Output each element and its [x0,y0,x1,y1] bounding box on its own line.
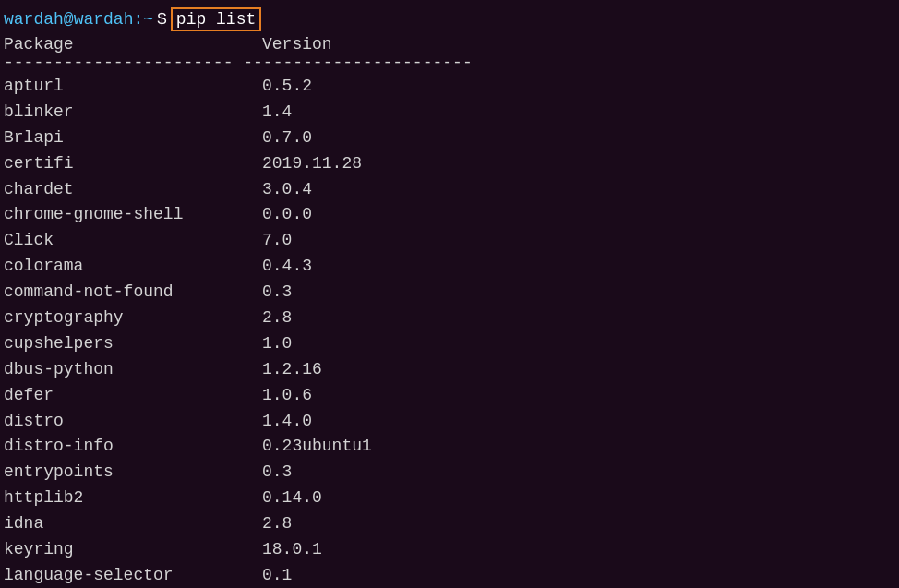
pip-list-output: Package Version ----------------------- … [4,35,895,588]
table-row: httplib20.14.0 [4,486,895,511]
terminal-window: wardah@wardah:~$ pip list Package Versio… [0,0,899,588]
package-version: 0.3 [262,280,292,306]
package-name: httplib2 [4,486,262,511]
table-row: blinker1.4 [4,100,895,126]
table-row: apturl0.5.2 [4,74,895,100]
table-row: certifi2019.11.28 [4,151,895,177]
package-name: command-not-found [4,280,262,306]
package-name: chrome-gnome-shell [4,202,262,228]
package-column-header: Package [4,35,262,54]
package-version: 7.0 [262,228,292,254]
package-version: 0.14.0 [262,486,322,511]
prompt-path: :~ [133,10,153,29]
terminal-prompt: wardah@wardah:~$ [4,10,171,29]
table-row: Click7.0 [4,228,895,254]
package-version: 2019.11.28 [262,151,362,177]
prompt-dollar: $ [157,10,167,29]
package-name: language-selector [4,563,262,588]
package-name: Click [4,228,262,254]
table-row: distro1.4.0 [4,409,895,435]
version-column-header: Version [262,35,332,54]
table-row: command-not-found0.3 [4,280,895,306]
package-name: defer [4,383,262,409]
package-name: dbus-python [4,357,262,383]
package-name: chardet [4,177,262,203]
package-version: 0.1 [262,563,292,588]
table-row: Brlapi0.7.0 [4,126,895,151]
table-row: language-selector0.1 [4,563,895,588]
table-row: defer1.0.6 [4,383,895,409]
package-name: distro [4,409,262,435]
package-name: apturl [4,74,262,100]
table-row: cupshelpers1.0 [4,331,895,357]
table-row: idna2.8 [4,511,895,537]
package-name: Brlapi [4,126,262,151]
package-version: 0.23ubuntu1 [262,434,372,460]
package-name: keyring [4,537,262,563]
package-name: certifi [4,151,262,177]
package-version: 3.0.4 [262,177,312,203]
packages-list: apturl0.5.2blinker1.4Brlapi0.7.0certifi2… [4,74,895,588]
prompt-user: wardah [4,10,64,29]
table-row: colorama0.4.3 [4,254,895,280]
package-version: 1.2.16 [262,357,322,383]
table-row: entrypoints0.3 [4,460,895,486]
package-version: 0.0.0 [262,202,312,228]
package-name: blinker [4,100,262,126]
table-row: dbus-python1.2.16 [4,357,895,383]
package-name: colorama [4,254,262,280]
prompt-host: wardah [74,10,134,29]
table-row: cryptography2.8 [4,306,895,331]
package-version: 1.4 [262,100,292,126]
table-row: distro-info0.23ubuntu1 [4,434,895,460]
package-version: 1.0 [262,331,292,357]
package-name: cupshelpers [4,331,262,357]
package-name: entrypoints [4,460,262,486]
terminal-prompt-line: wardah@wardah:~$ pip list [4,7,895,31]
package-version: 1.0.6 [262,383,312,409]
table-row: chrome-gnome-shell0.0.0 [4,202,895,228]
package-version: 2.8 [262,511,292,537]
package-version: 0.4.3 [262,254,312,280]
package-name: cryptography [4,306,262,331]
package-version: 0.5.2 [262,74,312,100]
package-name: idna [4,511,262,537]
table-row: chardet3.0.4 [4,177,895,203]
table-row: keyring18.0.1 [4,537,895,563]
package-version: 0.3 [262,460,292,486]
package-name: distro-info [4,434,262,460]
package-version: 18.0.1 [262,537,322,563]
package-version: 1.4.0 [262,409,312,435]
table-header-row: Package Version [4,35,895,54]
command-text: pip list [171,7,261,31]
package-version: 0.7.0 [262,126,312,151]
prompt-at: @ [64,10,74,29]
table-separator: ----------------------- ----------------… [4,54,895,72]
package-version: 2.8 [262,306,292,331]
